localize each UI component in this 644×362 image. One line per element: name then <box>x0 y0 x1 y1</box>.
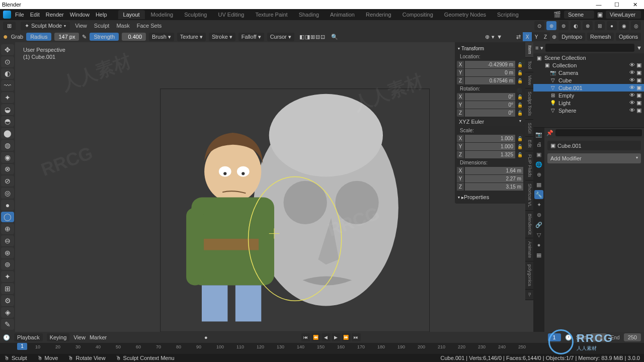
tab-animation[interactable]: Animation <box>325 10 360 19</box>
search-icon[interactable]: 🔍 <box>331 34 338 40</box>
timeline-marker[interactable]: Marker <box>90 334 107 340</box>
menu-view[interactable]: View <box>75 23 87 29</box>
scene-name[interactable]: Scene <box>564 11 594 19</box>
playback-dropdown[interactable]: Playback <box>14 333 43 341</box>
outliner-item-camera[interactable]: 📷Camera👁▣ <box>533 69 644 76</box>
jump-end-icon[interactable]: ⏭ <box>352 333 361 341</box>
tab-sculpting[interactable]: Sculpting <box>179 10 212 19</box>
ptab-particle[interactable]: ✦ <box>534 200 543 209</box>
props-search[interactable] <box>555 129 642 136</box>
ptab-constraint[interactable]: 🔗 <box>534 220 543 229</box>
blender-logo-icon[interactable] <box>3 11 11 19</box>
ptab-output[interactable]: 🖨 <box>534 140 543 149</box>
sculpt-tool-4[interactable]: ✦ <box>1 92 14 103</box>
brush-icon[interactable]: ● <box>3 32 8 41</box>
outliner-item-sphere[interactable]: ▽Sphere👁▣ <box>533 107 644 114</box>
mirror-z[interactable]: Z <box>541 32 550 41</box>
timeline-view[interactable]: View <box>73 334 86 340</box>
sculpt-tool-19[interactable]: ✦ <box>1 271 14 282</box>
sculpt-tool-21[interactable]: ⚙ <box>1 295 14 306</box>
sym-btn4[interactable]: ⊟ <box>315 34 320 40</box>
shading-wire-icon[interactable]: ⊞ <box>595 21 605 30</box>
radius-label[interactable]: Radius <box>26 33 51 41</box>
sym-btn3[interactable]: ⊞ <box>310 34 315 40</box>
outliner-type-icon[interactable]: ≡ <box>535 45 538 51</box>
lock-icon[interactable]: 🔓 <box>516 62 523 67</box>
outliner-item-light[interactable]: 💡Light👁▣ <box>533 99 644 107</box>
menu-window[interactable]: Window <box>70 12 90 18</box>
sculpt-tool-18[interactable]: ⊚ <box>1 259 14 270</box>
timeline-type-icon[interactable]: 🕐 <box>3 334 10 341</box>
npanel-tab-n-[interactable]: n- <box>525 290 533 300</box>
sym-btn5[interactable]: ⊡ <box>320 34 325 40</box>
brush-dropdown[interactable]: Brush ▾ <box>149 33 174 41</box>
texture-dropdown[interactable]: Texture ▾ <box>177 33 206 41</box>
menu-mask[interactable]: Mask <box>116 23 129 29</box>
sculpt-tool-17[interactable]: ⊛ <box>1 247 14 258</box>
pivot-dropdown[interactable]: ⊚ <box>558 21 569 30</box>
sculpt-tool-6[interactable]: ◓ <box>1 116 14 127</box>
npanel-tab-shortcut-vl[interactable]: Shortcut VL <box>525 180 533 211</box>
jump-start-icon[interactable]: ⏮ <box>301 333 310 341</box>
outliner-search[interactable] <box>545 44 634 52</box>
pressure-radius-icon[interactable]: ✎ <box>82 34 87 40</box>
sculpt-tool-16[interactable]: ⊖ <box>1 235 14 246</box>
npanel-tab-tool[interactable]: Tool <box>525 58 533 73</box>
ptab-render[interactable]: 📷 <box>534 130 543 139</box>
sym-btn2[interactable]: ◨ <box>305 34 310 40</box>
sculpt-tool-3[interactable]: 〰 <box>1 80 14 91</box>
timeline-ruler[interactable]: 1 10203040506070809010011012013014015016… <box>0 343 644 354</box>
menu-help[interactable]: Help <box>96 12 107 18</box>
sculpt-tool-13[interactable]: ● <box>1 200 14 211</box>
sculpt-tool-1[interactable]: ⊙ <box>1 56 14 67</box>
strength-value[interactable]: 0.400 <box>122 33 146 41</box>
sculpt-tool-10[interactable]: ⊗ <box>1 164 14 175</box>
xray-toggle[interactable]: ⊗ <box>583 21 593 30</box>
props-breadcrumb[interactable]: ▣ Cube.001 <box>547 141 641 150</box>
viewlayer-name[interactable]: ViewLayer <box>606 11 641 19</box>
sculpt-tool-2[interactable]: ◐ <box>1 68 14 79</box>
cloth-filter-icon[interactable]: ⊕ <box>485 34 490 40</box>
play-icon[interactable]: ▶ <box>332 333 341 341</box>
keyframe-next-icon[interactable]: ⏩ <box>342 333 351 341</box>
ptab-object[interactable]: ▦ <box>534 180 543 189</box>
rot-y[interactable]: 0° <box>465 101 515 109</box>
properties-header[interactable]: ▸ Properties <box>457 193 523 202</box>
cursor-dropdown[interactable]: Cursor ▾ <box>267 33 294 41</box>
dim-z[interactable]: 3.15 m <box>465 183 523 191</box>
sculpt-tool-8[interactable]: ◍ <box>1 140 14 151</box>
menu-file[interactable]: File <box>15 12 24 18</box>
falloff-dropdown[interactable]: Falloff ▾ <box>238 33 264 41</box>
editor-type-dropdown[interactable]: ⊞ <box>3 22 16 30</box>
menu-edit[interactable]: Edit <box>30 12 40 18</box>
sculpt-tool-15[interactable]: ⊕ <box>1 223 14 234</box>
scl-x[interactable]: 1.000 <box>465 135 515 142</box>
scl-y[interactable]: 1.000 <box>465 143 515 150</box>
3d-viewport[interactable]: User Perspective (1) Cube.001 X Y 🔍 ✋ 📷 … <box>15 42 533 332</box>
shading-render-icon[interactable]: ◎ <box>631 21 641 30</box>
sculpt-tool-11[interactable]: ⊘ <box>1 175 14 187</box>
loc-z[interactable]: 0.67546 m <box>465 77 515 84</box>
ptab-texture[interactable]: ▦ <box>534 250 543 259</box>
props-pin-icon[interactable]: 📌 <box>546 130 553 136</box>
stroke-dropdown[interactable]: Stroke ▾ <box>209 33 235 41</box>
keying-dropdown[interactable]: Keying <box>47 333 70 341</box>
shading-solid-icon[interactable]: ● <box>607 21 617 30</box>
sculpt-tool-7[interactable]: ⬤ <box>1 128 14 139</box>
outliner-item-cube[interactable]: ▽Cube👁▣ <box>533 76 644 84</box>
sculpt-tool-22[interactable]: ◈ <box>1 307 14 318</box>
filter-icon[interactable]: ▼ <box>636 45 642 51</box>
ptab-mesh[interactable]: ▽ <box>534 230 543 239</box>
close-button[interactable]: ✕ <box>628 2 642 8</box>
tab-compositing[interactable]: Compositing <box>397 10 438 19</box>
npanel-tab-view[interactable]: View <box>525 72 533 88</box>
filter-icon[interactable]: ▼ <box>497 34 502 40</box>
snap-magnet-icon[interactable]: ⊙ <box>534 21 544 30</box>
npanel-tab-animate[interactable]: Animate <box>525 238 533 261</box>
npanel-tab-polygonica[interactable]: polygonica <box>525 261 533 290</box>
ptab-viewlayer[interactable]: ▣ <box>534 150 543 159</box>
mirror-y[interactable]: Y <box>532 32 541 41</box>
mirror-icon[interactable]: ⇄ <box>516 34 521 40</box>
npanel-tab-item[interactable]: Item <box>525 42 533 58</box>
tab-texpaint[interactable]: Texture Paint <box>250 10 292 19</box>
